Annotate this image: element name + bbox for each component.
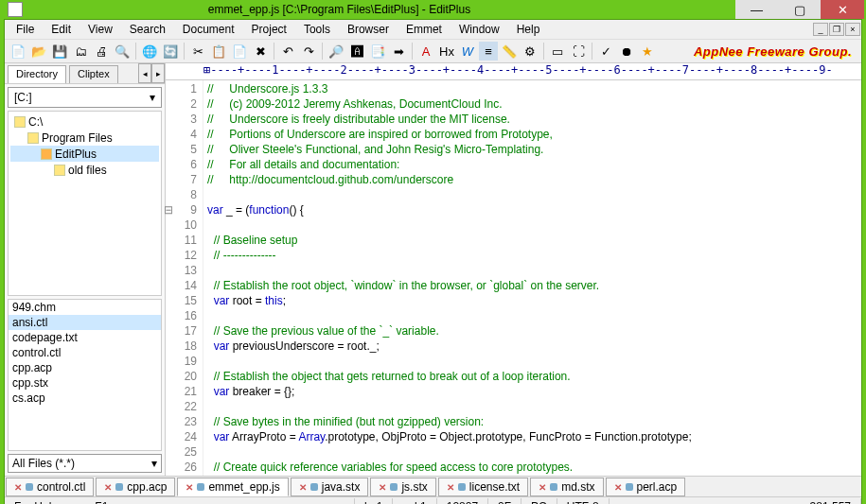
- refresh-icon[interactable]: 🔄: [161, 42, 180, 61]
- close-button[interactable]: ✕: [821, 0, 864, 19]
- drive-selector[interactable]: [C:] ▾: [8, 87, 162, 108]
- file-item[interactable]: codepage.txt: [9, 330, 161, 345]
- window-split-icon[interactable]: ▭: [548, 42, 567, 61]
- wordwrap-icon[interactable]: W: [458, 42, 477, 61]
- file-item[interactable]: cpp.stx: [9, 375, 161, 391]
- menu-search[interactable]: Search: [122, 21, 173, 38]
- document-tabs: ✕control.ctl✕cpp.acp✕emmet_epp.js✕java.s…: [5, 476, 861, 496]
- settings-icon[interactable]: ⚙: [521, 42, 539, 61]
- tab-cliptext[interactable]: Cliptex: [69, 65, 118, 83]
- file-item[interactable]: control.ctl: [9, 345, 161, 360]
- tab-scroll-right-icon[interactable]: ▸: [151, 63, 165, 83]
- file-item[interactable]: ansi.ctl: [9, 315, 161, 330]
- doc-tab[interactable]: ✕license.txt: [438, 478, 528, 496]
- title-bar: emmet_epp.js [C:\Program Files\EditPlus]…: [0, 0, 866, 19]
- find-icon[interactable]: 🔎: [327, 42, 345, 61]
- mdi-close-button[interactable]: ×: [845, 23, 860, 36]
- record-icon[interactable]: ⏺: [617, 42, 636, 61]
- find-replace-icon[interactable]: 🅰: [347, 42, 366, 61]
- maximize-button[interactable]: ▢: [778, 0, 821, 19]
- tab-scroll-left-icon[interactable]: ◂: [138, 63, 151, 83]
- tab-close-icon[interactable]: ✕: [14, 482, 22, 493]
- menu-project[interactable]: Project: [244, 21, 294, 38]
- browser-icon[interactable]: 🌐: [140, 42, 159, 61]
- folder-tree[interactable]: C:\Program FilesEditPlusold files: [8, 111, 162, 296]
- tab-close-icon[interactable]: ✕: [379, 482, 386, 493]
- menu-tools[interactable]: Tools: [296, 21, 338, 38]
- menu-document[interactable]: Document: [175, 21, 242, 38]
- menu-browser[interactable]: Browser: [340, 21, 397, 38]
- code-area[interactable]: 1234567891011121314151617181920212223242…: [166, 80, 861, 476]
- menu-bar: File Edit View Search Document Project T…: [5, 20, 861, 39]
- tree-item[interactable]: EditPlus: [10, 146, 159, 162]
- sidebar: Directory Cliptex ◂▸ [C:] ▾ C:\Program F…: [5, 63, 166, 476]
- tab-close-icon[interactable]: ✕: [614, 482, 622, 493]
- tab-close-icon[interactable]: ✕: [104, 482, 112, 493]
- tree-item[interactable]: old files: [10, 162, 159, 178]
- fullscreen-icon[interactable]: ⛶: [569, 42, 588, 61]
- editor-pane: ⊞----+----1----+----2----+----3----+----…: [166, 63, 861, 476]
- file-item[interactable]: 949.chm: [9, 300, 161, 315]
- doc-tab[interactable]: ✕control.ctl: [6, 478, 94, 496]
- favorite-icon[interactable]: ★: [638, 42, 657, 61]
- copy-icon[interactable]: 📋: [209, 42, 228, 61]
- status-encoding: UTF-8: [557, 498, 610, 505]
- mdi-restore-button[interactable]: ❐: [829, 23, 844, 36]
- status-mode: PC: [521, 498, 557, 505]
- line-gutter: 1234567891011121314151617181920212223242…: [166, 80, 203, 476]
- doc-tab[interactable]: ✕md.stx: [530, 478, 603, 496]
- status-bar: For Help, press F1 ln 1 col 1 12827 2F P…: [5, 496, 861, 504]
- open-file-icon[interactable]: 📂: [29, 42, 48, 61]
- ruler-icon[interactable]: 📏: [500, 42, 519, 61]
- find-in-files-icon[interactable]: 📑: [368, 42, 387, 61]
- tree-item[interactable]: C:\: [10, 113, 159, 130]
- source-text[interactable]: // Underscore.js 1.3.3// (c) 2009-2012 J…: [203, 80, 861, 476]
- window-title: emmet_epp.js [C:\Program Files\EditPlus]…: [28, 3, 735, 16]
- menu-edit[interactable]: Edit: [44, 21, 79, 38]
- save-icon[interactable]: 💾: [50, 42, 69, 61]
- brand-logo: AppNee Freeware Group.: [694, 44, 857, 59]
- doc-tab[interactable]: ✕js.stx: [370, 478, 435, 496]
- save-all-icon[interactable]: 🗂: [71, 42, 90, 61]
- file-item[interactable]: cs.acp: [9, 391, 161, 406]
- tab-directory[interactable]: Directory: [8, 65, 66, 83]
- new-file-icon[interactable]: 📄: [9, 42, 27, 61]
- status-hex: 2F: [488, 498, 521, 505]
- menu-help[interactable]: Help: [509, 21, 548, 38]
- file-filter[interactable]: All Files (*.*)▾: [8, 454, 162, 473]
- tab-close-icon[interactable]: ✕: [447, 482, 454, 493]
- delete-icon[interactable]: ✖: [251, 42, 270, 61]
- status-chars: 12827: [437, 498, 488, 505]
- minimize-button[interactable]: —: [735, 0, 778, 19]
- print-preview-icon[interactable]: 🔍: [113, 42, 132, 61]
- status-help: For Help, press F1: [5, 498, 355, 505]
- menu-window[interactable]: Window: [451, 21, 507, 38]
- tab-close-icon[interactable]: ✕: [299, 482, 307, 493]
- doc-tab[interactable]: ✕cpp.acp: [96, 478, 175, 496]
- status-line: ln 1: [355, 498, 393, 505]
- highlight-icon[interactable]: Hx: [437, 42, 456, 61]
- line-number-icon[interactable]: ≡: [479, 42, 498, 61]
- tab-close-icon[interactable]: ✕: [539, 482, 546, 493]
- menu-file[interactable]: File: [9, 21, 42, 38]
- tree-item[interactable]: Program Files: [10, 130, 159, 146]
- doc-tab[interactable]: ✕emmet_epp.js: [177, 478, 288, 496]
- spell-icon[interactable]: ✓: [596, 42, 615, 61]
- file-item[interactable]: cpp.acp: [9, 360, 161, 375]
- undo-icon[interactable]: ↶: [278, 42, 297, 61]
- app-icon: [8, 2, 23, 17]
- redo-icon[interactable]: ↷: [299, 42, 318, 61]
- font-icon[interactable]: A: [416, 42, 435, 61]
- mdi-minimize-button[interactable]: _: [813, 23, 828, 36]
- print-icon[interactable]: 🖨: [92, 42, 111, 61]
- doc-tab[interactable]: ✕java.stx: [291, 478, 369, 496]
- menu-emmet[interactable]: Emmet: [398, 21, 450, 38]
- file-list[interactable]: 949.chmansi.ctlcodepage.txtcontrol.ctlcp…: [8, 299, 162, 451]
- paste-icon[interactable]: 📄: [230, 42, 249, 61]
- status-size: 381,557: [801, 498, 861, 505]
- doc-tab[interactable]: ✕perl.acp: [606, 478, 686, 496]
- tab-close-icon[interactable]: ✕: [186, 482, 193, 493]
- cut-icon[interactable]: ✂: [188, 42, 207, 61]
- goto-icon[interactable]: ➡: [389, 42, 408, 61]
- menu-view[interactable]: View: [80, 21, 120, 38]
